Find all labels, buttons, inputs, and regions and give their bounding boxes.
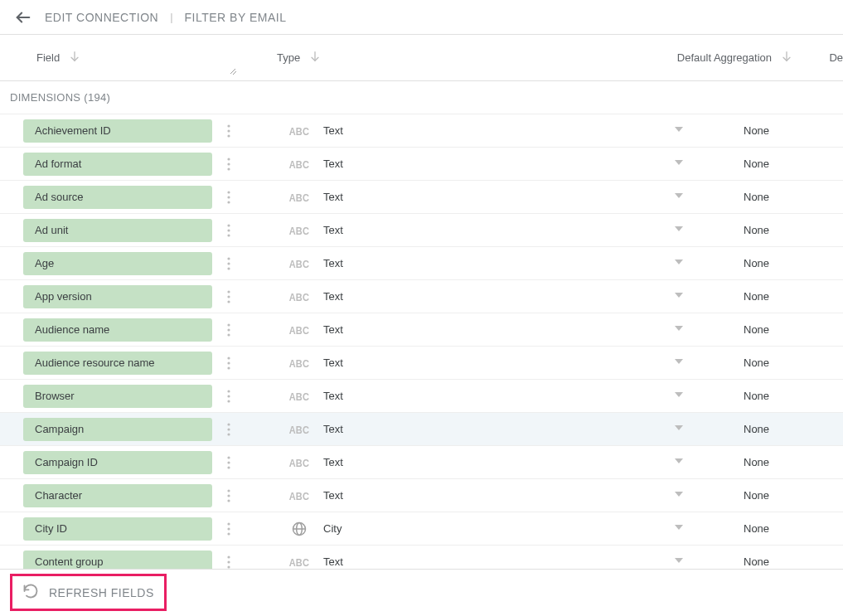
aggregation-value[interactable]: None [744, 489, 843, 502]
type-dropdown-caret-icon[interactable] [674, 555, 684, 568]
field-chip[interactable]: Achievement ID [23, 119, 212, 143]
type-dropdown-caret-icon[interactable] [674, 191, 684, 203]
field-row: App versionABCTextNone [0, 280, 843, 313]
refresh-fields-label: REFRESH FIELDS [49, 586, 154, 599]
type-dropdown-caret-icon[interactable] [674, 489, 684, 502]
header-field[interactable]: Field [36, 50, 219, 65]
header-aggregation[interactable]: Default Aggregation [677, 50, 793, 65]
svg-point-35 [227, 361, 230, 364]
sort-arrow-icon [68, 50, 81, 65]
type-value[interactable]: Text [323, 124, 555, 137]
aggregation-value[interactable]: None [744, 522, 843, 535]
field-chip[interactable]: Age [23, 252, 212, 275]
aggregation-value[interactable]: None [744, 390, 843, 402]
field-chip[interactable]: Character [23, 484, 212, 507]
kebab-menu-icon[interactable] [217, 124, 240, 138]
aggregation-value[interactable]: None [744, 158, 843, 170]
edit-connection-label[interactable]: EDIT CONNECTION [45, 11, 158, 24]
svg-marker-21 [675, 226, 683, 231]
type-value[interactable]: Text [323, 191, 555, 203]
column-resize-handle-icon[interactable] [229, 67, 237, 77]
type-value[interactable]: Text [323, 158, 555, 170]
kebab-menu-icon[interactable] [217, 191, 240, 204]
kebab-menu-icon[interactable] [217, 489, 240, 502]
svg-point-44 [227, 433, 230, 435]
aggregation-value[interactable]: None [744, 124, 843, 137]
aggregation-value[interactable]: None [744, 224, 843, 236]
type-value[interactable]: Text [323, 357, 555, 369]
svg-point-28 [227, 300, 230, 303]
svg-marker-13 [675, 160, 683, 165]
type-dropdown-caret-icon[interactable] [674, 124, 684, 137]
kebab-menu-icon[interactable] [217, 224, 240, 237]
type-value[interactable]: Text [323, 456, 555, 468]
type-dropdown-caret-icon[interactable] [674, 390, 684, 402]
refresh-fields-button[interactable]: REFRESH FIELDS [10, 574, 167, 611]
kebab-menu-icon[interactable] [217, 522, 240, 536]
aggregation-value[interactable]: None [744, 257, 843, 269]
field-chip[interactable]: Ad source [23, 186, 212, 209]
kebab-menu-icon[interactable] [217, 357, 240, 370]
type-value[interactable]: Text [323, 390, 555, 402]
field-chip[interactable]: Content group [23, 551, 212, 570]
header-aggregation-label: Default Aggregation [677, 51, 772, 64]
svg-point-34 [227, 357, 230, 359]
kebab-menu-icon[interactable] [217, 390, 240, 403]
kebab-menu-icon[interactable] [217, 423, 240, 436]
aggregation-value[interactable]: None [744, 423, 843, 435]
type-dropdown-caret-icon[interactable] [674, 158, 684, 170]
abc-icon: ABC [287, 557, 312, 567]
svg-point-15 [227, 196, 230, 198]
field-chip[interactable]: Ad format [23, 153, 212, 176]
aggregation-value[interactable]: None [744, 290, 843, 303]
type-value[interactable]: Text [323, 489, 555, 502]
aggregation-value[interactable]: None [744, 555, 843, 568]
kebab-menu-icon[interactable] [217, 158, 240, 171]
type-dropdown-caret-icon[interactable] [674, 290, 684, 303]
type-dropdown-caret-icon[interactable] [674, 257, 684, 269]
type-value[interactable]: Text [323, 555, 555, 568]
type-value[interactable]: Text [323, 290, 555, 303]
field-chip[interactable]: Audience name [23, 318, 212, 342]
type-value[interactable]: Text [323, 423, 555, 435]
field-chip[interactable]: App version [23, 285, 212, 308]
field-chip[interactable]: Campaign ID [23, 451, 212, 474]
type-dropdown-caret-icon[interactable] [674, 456, 684, 468]
kebab-menu-icon[interactable] [217, 257, 240, 270]
type-dropdown-caret-icon[interactable] [674, 323, 684, 336]
field-chip[interactable]: Browser [23, 385, 212, 408]
field-row: Audience resource nameABCTextNone [0, 347, 843, 380]
field-chip[interactable]: Audience resource name [23, 352, 212, 375]
type-value[interactable]: City [323, 522, 555, 535]
field-chip[interactable]: Campaign [23, 418, 212, 441]
svg-point-31 [227, 328, 230, 331]
aggregation-value[interactable]: None [744, 357, 843, 369]
back-arrow-icon[interactable] [13, 7, 33, 27]
svg-point-12 [227, 167, 230, 170]
type-value[interactable]: Text [323, 224, 555, 236]
aggregation-value[interactable]: None [744, 191, 843, 203]
type-dropdown-caret-icon[interactable] [674, 423, 684, 435]
type-dropdown-caret-icon[interactable] [674, 522, 684, 535]
field-chip[interactable]: City ID [23, 517, 212, 541]
kebab-menu-icon[interactable] [217, 456, 240, 469]
field-chip[interactable]: Ad unit [23, 219, 212, 242]
kebab-menu-icon[interactable] [217, 323, 240, 337]
kebab-menu-icon[interactable] [217, 290, 240, 303]
svg-marker-29 [675, 293, 683, 298]
header-type[interactable]: Type [277, 50, 343, 65]
type-value[interactable]: Text [323, 257, 555, 269]
svg-point-10 [227, 158, 230, 160]
aggregation-value[interactable]: None [744, 456, 843, 468]
svg-marker-41 [675, 392, 683, 397]
svg-point-50 [227, 489, 230, 492]
kebab-menu-icon[interactable] [217, 555, 240, 569]
aggregation-value[interactable]: None [744, 323, 843, 336]
svg-point-55 [227, 527, 230, 530]
type-dropdown-caret-icon[interactable] [674, 224, 684, 236]
type-dropdown-caret-icon[interactable] [674, 357, 684, 369]
filter-by-email-label[interactable]: FILTER BY EMAIL [185, 11, 287, 24]
type-value[interactable]: Text [323, 323, 555, 336]
refresh-icon [22, 583, 39, 602]
svg-point-26 [227, 290, 230, 293]
